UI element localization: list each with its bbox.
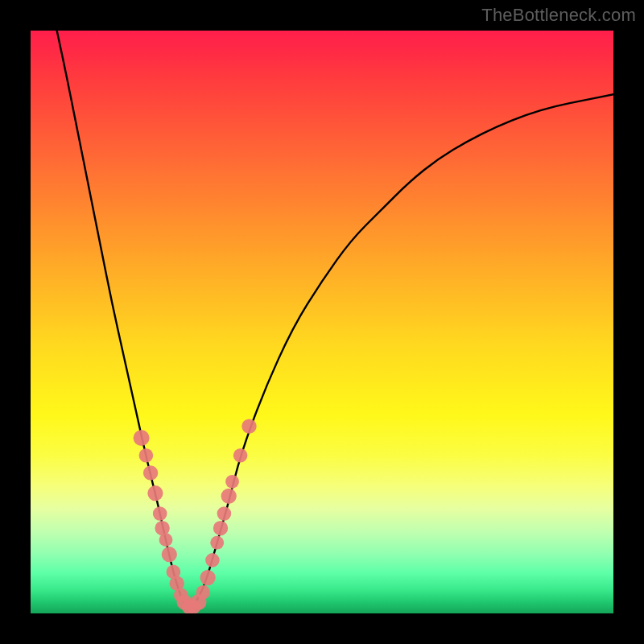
marker-dot xyxy=(210,536,224,550)
curve-group xyxy=(57,31,613,607)
marker-dot xyxy=(213,521,228,535)
marker-dot xyxy=(242,419,256,433)
watermark-text: TheBottleneck.com xyxy=(481,5,636,26)
marker-dot xyxy=(134,430,150,446)
marker-dot xyxy=(147,485,163,501)
marker-dot xyxy=(200,570,216,585)
plot-area xyxy=(31,31,613,613)
marker-dot xyxy=(162,547,177,562)
chart-frame: TheBottleneck.com xyxy=(0,0,644,644)
marker-dot xyxy=(205,553,220,568)
marker-dot xyxy=(233,448,248,463)
marker-dot xyxy=(153,506,167,521)
marker-dot xyxy=(196,585,211,600)
marker-dot xyxy=(139,448,154,463)
chart-svg xyxy=(31,31,613,613)
bottleneck-curve xyxy=(57,31,613,607)
marker-dot xyxy=(217,506,232,521)
marker-dot xyxy=(143,465,158,480)
marker-dot xyxy=(221,489,237,504)
marker-group xyxy=(134,419,257,613)
marker-dot xyxy=(159,533,173,547)
marker-dot xyxy=(225,475,239,489)
